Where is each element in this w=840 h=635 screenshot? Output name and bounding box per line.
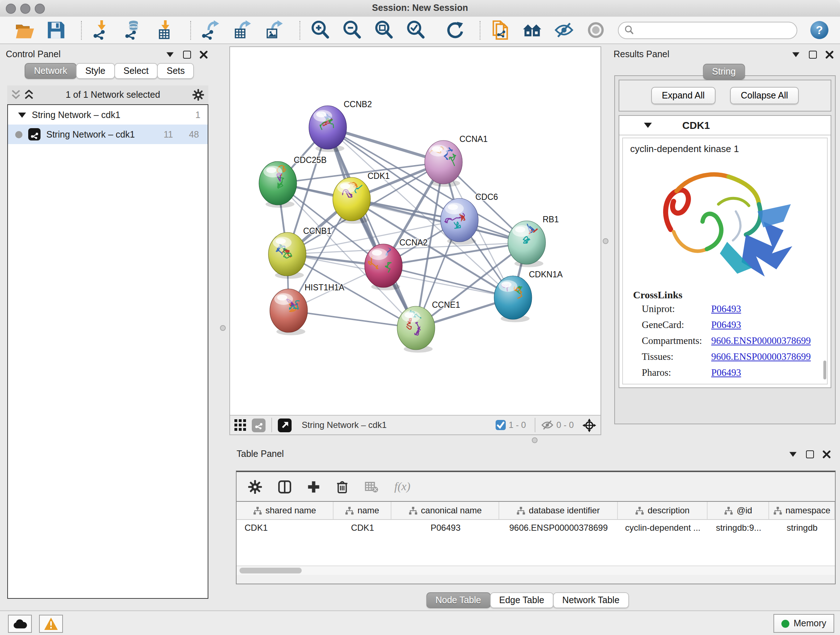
- table-cell[interactable]: cyclin-dependent ...: [617, 520, 707, 535]
- share-document-icon[interactable]: [491, 20, 510, 40]
- table-cell[interactable]: CDK1: [333, 520, 392, 535]
- tissues-link[interactable]: 9606.ENSP00000378699: [711, 351, 811, 363]
- close-panel-icon[interactable]: [821, 449, 831, 459]
- left-splitter-handle[interactable]: [220, 325, 226, 331]
- column-header-canonical-name[interactable]: canonical name: [392, 502, 499, 519]
- tab-sets[interactable]: Sets: [157, 63, 194, 79]
- network-node-CDC6[interactable]: CDC6: [441, 192, 498, 245]
- detach-view-icon[interactable]: [278, 418, 292, 432]
- search-input[interactable]: [634, 24, 791, 36]
- pharos-link[interactable]: P06493: [711, 367, 741, 379]
- network-options-gear-icon[interactable]: [193, 89, 204, 101]
- table-options-gear-icon[interactable]: [248, 480, 262, 494]
- zoom-in-icon[interactable]: [310, 20, 330, 40]
- string-view-icon[interactable]: [252, 418, 265, 432]
- close-panel-icon[interactable]: [824, 49, 834, 59]
- float-panel-icon[interactable]: [182, 49, 192, 59]
- grid-view-icon[interactable]: [234, 419, 246, 431]
- tab-network[interactable]: Network: [25, 63, 77, 79]
- collection-expander-icon[interactable]: [18, 112, 26, 118]
- home-icon[interactable]: [523, 20, 542, 40]
- expand-all-icon[interactable]: [25, 90, 33, 100]
- tab-node-table[interactable]: Node Table: [426, 592, 491, 608]
- network-collection-row[interactable]: String Network – cdk1 1: [8, 105, 208, 125]
- selected-checkbox-icon[interactable]: [496, 420, 506, 430]
- warnings-button[interactable]: [39, 615, 63, 633]
- column-header-shared-name[interactable]: shared name: [237, 502, 333, 519]
- network-node-HIST1H1A[interactable]: HIST1H1A: [270, 283, 345, 335]
- export-image-icon[interactable]: [265, 20, 284, 40]
- add-column-icon[interactable]: [308, 480, 320, 493]
- tab-edge-table[interactable]: Edge Table: [490, 592, 554, 608]
- gene-section-header[interactable]: CDK1: [619, 116, 831, 135]
- table-horizontal-scrollbar[interactable]: [237, 565, 835, 575]
- network-edge-HIST1H1A-CCNE1[interactable]: [289, 310, 416, 328]
- refresh-icon[interactable]: [445, 20, 464, 40]
- network-canvas[interactable]: CCNB2CCNA1CDC25BCDK1CDC6RB1CCNB1CCNA2CDK…: [230, 47, 600, 415]
- split-table-icon[interactable]: [278, 480, 292, 494]
- search-field[interactable]: [618, 21, 797, 39]
- zoom-fit-icon[interactable]: [374, 20, 393, 40]
- gene-description: cyclin-dependent kinase 1: [623, 138, 827, 159]
- hidden-eye-icon[interactable]: [541, 420, 554, 430]
- tab-select[interactable]: Select: [114, 63, 158, 79]
- panel-menu-icon[interactable]: [791, 49, 801, 59]
- column-header--id[interactable]: @id: [708, 502, 769, 519]
- close-window-button[interactable]: [6, 4, 16, 14]
- navigator-crosshair-icon[interactable]: [583, 418, 596, 432]
- zoom-out-icon[interactable]: [342, 20, 362, 40]
- export-table-icon[interactable]: [233, 20, 253, 40]
- network-node-CDK1[interactable]: CDK1: [333, 171, 390, 224]
- close-panel-icon[interactable]: [198, 49, 208, 59]
- panel-menu-icon[interactable]: [788, 449, 798, 459]
- float-panel-icon[interactable]: [807, 49, 818, 59]
- network-edge-CCNB2-CCNE1[interactable]: [328, 127, 416, 328]
- table-cell[interactable]: stringdb: [769, 520, 835, 535]
- import-network-database-icon[interactable]: [124, 20, 143, 40]
- network-node-CDC25B[interactable]: CDC25B: [259, 155, 327, 208]
- table-row[interactable]: CDK1CDK1P064939606.ENSP00000378699cyclin…: [237, 520, 835, 535]
- export-network-icon[interactable]: [201, 20, 221, 40]
- genecard-link[interactable]: P06493: [711, 319, 741, 331]
- table-cell[interactable]: 9606.ENSP00000378699: [499, 520, 617, 535]
- column-header-description[interactable]: description: [617, 502, 707, 519]
- scrollbar-thumb[interactable]: [240, 568, 302, 573]
- hide-graphics-details-icon[interactable]: [554, 20, 574, 40]
- network-row[interactable]: String Network – cdk1 11 48: [8, 125, 208, 144]
- collapse-all-button[interactable]: Collapse All: [730, 87, 799, 104]
- table-cell[interactable]: P06493: [392, 520, 499, 535]
- delete-column-icon[interactable]: [336, 480, 349, 494]
- import-network-file-icon[interactable]: [92, 20, 111, 40]
- float-panel-icon[interactable]: [805, 449, 815, 459]
- tab-network-table[interactable]: Network Table: [553, 592, 629, 608]
- compartments-link[interactable]: 9606.ENSP00000378699: [711, 335, 811, 347]
- bottom-splitter-handle[interactable]: [532, 437, 538, 443]
- section-expander-icon[interactable]: [644, 122, 652, 128]
- column-header-database-identifier[interactable]: database identifier: [499, 502, 617, 519]
- show-graphics-details-icon[interactable]: [586, 20, 606, 40]
- expand-all-button[interactable]: Expand All: [651, 87, 715, 104]
- table-cell[interactable]: stringdb:9...: [708, 520, 769, 535]
- results-scrollbar[interactable]: [823, 361, 826, 379]
- panel-menu-icon[interactable]: [165, 49, 175, 59]
- help-icon[interactable]: ?: [810, 21, 829, 39]
- save-session-icon[interactable]: [46, 20, 66, 40]
- tab-string-results[interactable]: String: [703, 64, 745, 80]
- tab-style[interactable]: Style: [76, 63, 115, 79]
- minimize-window-button[interactable]: [20, 4, 30, 14]
- column-header-namespace[interactable]: namespace: [769, 502, 835, 519]
- maximize-window-button[interactable]: [35, 4, 45, 14]
- table-cell[interactable]: CDK1: [237, 520, 333, 535]
- column-header-name[interactable]: name: [333, 502, 392, 519]
- collapse-all-icon[interactable]: [11, 90, 20, 100]
- network-node-CCNB2[interactable]: CCNB2: [309, 100, 372, 152]
- cloud-status-button[interactable]: [8, 615, 32, 633]
- uniprot-link[interactable]: P06493: [711, 303, 741, 315]
- network-node-CCNA1[interactable]: CCNA1: [422, 134, 488, 187]
- network-node-CDKN1A[interactable]: CDKN1A: [494, 270, 563, 322]
- zoom-selected-icon[interactable]: [406, 20, 425, 40]
- memory-button[interactable]: Memory: [774, 614, 834, 633]
- network-node-RB1[interactable]: RB1: [508, 215, 559, 267]
- open-session-icon[interactable]: [14, 20, 34, 40]
- import-table-icon[interactable]: [156, 20, 175, 40]
